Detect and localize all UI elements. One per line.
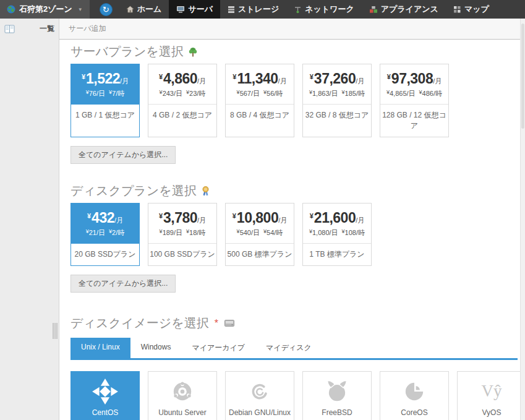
plan-spec-label: 8 GB / 4 仮想コア — [226, 104, 294, 126]
ubuntu-logo-icon — [169, 379, 195, 405]
disk-image-title-text: ディスクイメージを選択 — [70, 316, 209, 330]
refresh-button[interactable]: ↻ — [100, 3, 113, 16]
disk-plan-card[interactable]: ¥432/月 ¥21/日¥2/時 20 GB SSDプラン — [70, 203, 140, 266]
server-plan-card[interactable]: ¥37,260/月 ¥1,863/日¥185/時 32 GB / 8 仮想コア — [302, 64, 372, 137]
plan-spec-label: 4 GB / 2 仮想コア — [148, 104, 216, 126]
nav-home-label: ホーム — [137, 4, 162, 15]
vertical-scrollbar[interactable] — [520, 19, 525, 420]
disk-image-cards: CentOS 7.0 64bit (基本セ ▼ Ubuntu Server — [70, 371, 518, 420]
nav-server-label: サーバ — [188, 4, 213, 15]
disk-plan-title: ディスクプランを選択 — [70, 184, 518, 198]
server-plan-card[interactable]: ¥4,860/月 ¥243/日¥23/時 4 GB / 2 仮想コア — [148, 64, 217, 137]
centos-logo-icon — [92, 378, 119, 405]
os-name: Debian GNU/Linux — [226, 406, 294, 420]
nav-appliance[interactable]: アプライアンス — [362, 0, 446, 19]
sidebar: 一覧 — [0, 19, 59, 420]
chevron-down-icon: ▼ — [78, 7, 83, 12]
zone-selector[interactable]: 石狩第2ゾーン ▼ — [0, 0, 90, 19]
nav-network-label: ネットワーク — [305, 4, 354, 15]
scrollbar-thumb[interactable] — [521, 24, 524, 129]
nav-appliance-label: アプライアンス — [381, 4, 438, 15]
storage-icon — [228, 6, 235, 14]
os-name: CentOS — [71, 406, 139, 420]
disk-image-title: ディスクイメージを選択 * — [70, 316, 518, 330]
sub-price: ¥76/日¥7/時 — [86, 89, 125, 98]
tab-windows[interactable]: Windows — [130, 338, 182, 358]
os-card-vyos[interactable]: Vŷ VyOS - ▼ — [457, 371, 520, 420]
monthly-price: ¥97,308/月 — [387, 71, 442, 87]
nav-map[interactable]: マップ — [446, 0, 497, 19]
nav-server[interactable]: サーバ — [169, 0, 220, 19]
server-plan-cards: ¥1,522/月 ¥76/日¥7/時 1 GB / 1 仮想コア ¥4,860/… — [70, 64, 518, 137]
debian-logo-icon — [247, 379, 273, 405]
breadcrumb: サーバ追加 — [59, 19, 520, 40]
sub-price: ¥243/日¥23/時 — [160, 89, 206, 98]
os-card-freebsd[interactable]: FreeBSD - ▼ — [302, 371, 372, 420]
os-card-debian[interactable]: Debian GNU/Linux - ▼ — [225, 371, 294, 420]
disk-plan-title-text: ディスクプランを選択 — [70, 184, 197, 198]
nav-storage-label: ストレージ — [238, 4, 279, 15]
monthly-price: ¥1,522/月 — [82, 71, 129, 87]
tab-my-disk[interactable]: マイディスク — [255, 338, 322, 358]
main-nav: ホーム サーバ ストレージ ネットワーク アプライアンス マップ — [119, 0, 497, 19]
map-icon — [453, 6, 461, 14]
nav-network[interactable]: ネットワーク — [286, 0, 362, 19]
nav-storage[interactable]: ストレージ — [220, 0, 286, 19]
tab-unix-linux[interactable]: Unix / Linux — [70, 338, 130, 358]
coreos-logo-icon — [401, 379, 427, 405]
server-plan-title: サーバプランを選択 — [70, 45, 518, 59]
disk-plan-card[interactable]: ¥3,780/月 ¥189/日¥18/時 100 GB SSDプラン — [148, 203, 217, 266]
sub-price: ¥21/日¥2/時 — [86, 228, 125, 238]
monthly-price: ¥10,800/月 — [233, 210, 288, 226]
sub-price: ¥1,080/日¥108/時 — [309, 228, 365, 238]
plan-spec-label: 1 TB 標準プラン — [303, 243, 371, 265]
monthly-price: ¥4,860/月 — [159, 71, 206, 87]
plan-spec-label: 20 GB SSDプラン — [71, 243, 139, 265]
server-plan-card[interactable]: ¥1,522/月 ¥76/日¥7/時 1 GB / 1 仮想コア — [70, 64, 140, 137]
main-panel: サーバ追加 サーバプランを選択 ¥1,522/月 ¥76/日¥7/時 1 GB … — [59, 19, 520, 420]
monthly-price: ¥37,260/月 — [310, 71, 365, 87]
nav-home[interactable]: ホーム — [119, 0, 169, 19]
monthly-price: ¥11,340/月 — [233, 71, 286, 87]
freebsd-logo-icon — [324, 379, 350, 405]
os-card-centos[interactable]: CentOS 7.0 64bit (基本セ ▼ — [70, 371, 140, 420]
disk-plan-card[interactable]: ¥10,800/月 ¥540/日¥54/時 500 GB 標準プラン — [225, 203, 294, 266]
disk-plan-select-all-button[interactable]: 全てのアイテムから選択... — [70, 275, 176, 293]
os-name: Ubuntu Server — [148, 406, 216, 420]
topbar: 石狩第2ゾーン ▼ ↻ ホーム サーバ ストレージ ネットワーク アプライアンス… — [0, 0, 525, 19]
server-plan-select-all-button[interactable]: 全てのアイテムから選択... — [70, 146, 176, 164]
nav-map-label: マップ — [464, 4, 489, 15]
breadcrumb-label: サーバ追加 — [69, 24, 106, 34]
vyos-logo-icon: Vŷ — [482, 383, 502, 400]
os-name: FreeBSD — [303, 406, 371, 420]
sub-price: ¥189/日¥18/時 — [160, 228, 206, 238]
server-icon — [176, 6, 185, 13]
home-icon — [126, 6, 134, 13]
sub-price: ¥567/日¥56/時 — [237, 89, 283, 98]
monthly-price: ¥21,600/月 — [310, 210, 365, 226]
disk-drive-icon — [224, 320, 234, 327]
network-icon — [294, 6, 302, 14]
book-icon[interactable] — [4, 25, 15, 33]
monthly-price: ¥432/月 — [87, 210, 123, 226]
appliance-icon — [369, 6, 378, 14]
currency-symbol: ¥ — [82, 73, 85, 80]
server-plan-card[interactable]: ¥97,308/月 ¥4,865/日¥486/時 128 GB / 12 仮想コ… — [380, 64, 449, 137]
sub-price: ¥540/日¥54/時 — [237, 228, 283, 238]
os-card-coreos[interactable]: CoreOS - ▼ — [380, 371, 449, 420]
server-plan-card[interactable]: ¥11,340/月 ¥567/日¥56/時 8 GB / 4 仮想コア — [225, 64, 294, 137]
tab-my-archive[interactable]: マイアーカイブ — [181, 338, 255, 358]
panel-resize-grip[interactable] — [53, 323, 58, 339]
os-card-ubuntu[interactable]: Ubuntu Server - ▼ — [148, 371, 217, 420]
disk-plan-cards: ¥432/月 ¥21/日¥2/時 20 GB SSDプラン ¥3,780/月 ¥… — [70, 203, 518, 266]
plan-spec-label: 1 GB / 1 仮想コア — [71, 104, 139, 126]
disk-plan-card[interactable]: ¥21,600/月 ¥1,080/日¥108/時 1 TB 標準プラン — [302, 203, 372, 266]
plan-spec-label: 500 GB 標準プラン — [226, 243, 294, 265]
os-name: CoreOS — [380, 406, 448, 420]
server-plan-title-text: サーバプランを選択 — [70, 45, 184, 59]
content: サーバプランを選択 ¥1,522/月 ¥76/日¥7/時 1 GB / 1 仮想… — [59, 40, 520, 420]
required-asterisk: * — [215, 316, 218, 330]
plan-spec-label: 100 GB SSDプラン — [148, 243, 216, 265]
plan-spec-label: 128 GB / 12 仮想コア — [380, 104, 448, 137]
disk-image-tabs: Unix / Linux Windows マイアーカイブ マイディスク — [70, 338, 518, 360]
